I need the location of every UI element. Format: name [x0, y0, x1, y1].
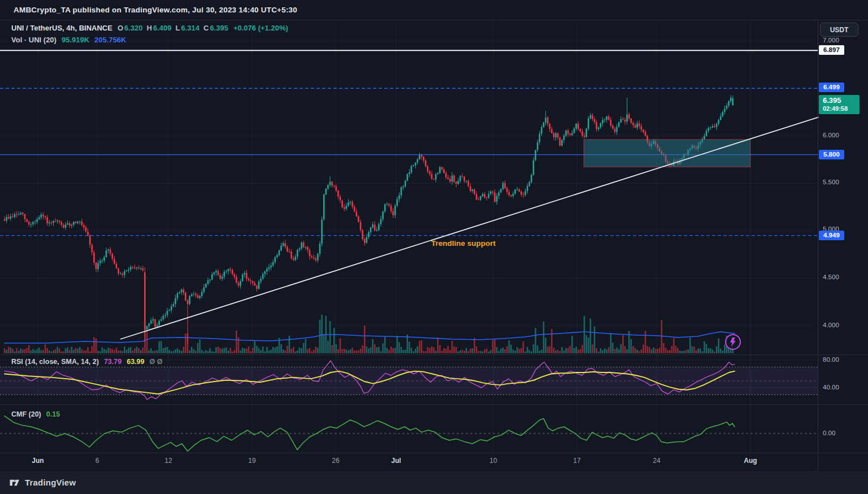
publish-header: AMBCrypto_TA published on TradingView.co…: [0, 0, 868, 20]
symbol-title: UNI / TetherUS, 4h, BINANCE: [11, 24, 112, 32]
bar-countdown: 02:49:58: [823, 105, 856, 113]
time-tick-6: 6: [96, 457, 99, 465]
price-tick-4.949[interactable]: 4.949: [819, 231, 844, 240]
ohlc-value-L: 6.314: [181, 24, 199, 32]
price-tick-6.897[interactable]: 6.897: [819, 45, 844, 55]
ohlc-value-H: 6.409: [153, 24, 172, 32]
rsi-legend-row[interactable]: RSI (14, close, SMA, 14, 2) 73.79 63.99 …: [11, 358, 162, 366]
volume-legend-row[interactable]: Vol · UNI (20) 95.919K 205.756K: [11, 36, 126, 44]
footer-bar: TradingView: [0, 471, 868, 494]
tradingview-brand[interactable]: TradingView: [25, 478, 76, 487]
ohlc-key-C: C: [203, 24, 209, 32]
price-tick-40.00: 40.00: [823, 383, 839, 392]
time-tick-Aug: Aug: [744, 457, 757, 465]
volume-bars: [4, 315, 734, 353]
volume-value: 95.919K: [62, 36, 89, 44]
price-tick-80.00: 80.00: [823, 355, 839, 365]
time-tick-12: 12: [164, 457, 172, 465]
current-price: 6.395: [823, 96, 856, 105]
price-tick-4.000: 4.000: [823, 320, 839, 330]
price-tick-5.500: 5.500: [823, 177, 839, 187]
rsi-value: 73.79: [104, 358, 121, 366]
ohlc-key-L: L: [176, 24, 180, 32]
trendline-support-annotation[interactable]: Trendline support: [431, 239, 496, 248]
ohlc-value-C: 6.395: [210, 24, 228, 32]
symbol-legend-row[interactable]: UNI / TetherUS, 4h, BINANCE O6.320H6.409…: [11, 24, 288, 32]
rsi-extra-values: Ø Ø: [149, 358, 162, 366]
ohlc-value-O: 6.320: [124, 24, 143, 32]
cmf-value: 0.15: [46, 410, 60, 418]
candles: [4, 95, 734, 344]
demand-box[interactable]: [584, 140, 750, 167]
time-tick-19: 19: [248, 457, 255, 465]
tradingview-published-chart: AMBCrypto_TA published on TradingView.co…: [0, 0, 868, 494]
time-tick-10: 10: [489, 457, 497, 465]
price-tick-4.500: 4.500: [823, 272, 839, 282]
time-tick-24: 24: [653, 457, 660, 465]
price-tick-5.800[interactable]: 5.800: [819, 150, 844, 159]
price-tick-6.000: 6.000: [823, 131, 839, 140]
change-value: +0.076 (+1.20%): [233, 24, 288, 32]
price-tick-7.000: 7.000: [823, 36, 839, 45]
time-tick-17: 17: [573, 457, 580, 465]
publish-title: AMBCrypto_TA published on TradingView.co…: [14, 6, 297, 14]
rsi-sma-value: 63.99: [127, 358, 144, 366]
rsi-indicator-label: RSI (14, close, SMA, 14, 2): [11, 358, 99, 366]
price-tick-0.00: 0.00: [823, 428, 835, 438]
cmf-legend-row[interactable]: CMF (20) 0.15: [11, 410, 60, 418]
ohlc-key-O: O: [118, 24, 123, 32]
time-tick-Jun: Jun: [32, 457, 44, 465]
tradingview-logo-icon[interactable]: [9, 478, 21, 488]
quick-trade-lightning-icon[interactable]: [726, 335, 740, 349]
volume-indicator-label: Vol · UNI (20): [11, 36, 57, 44]
cmf-indicator-label: CMF (20): [11, 410, 41, 418]
time-tick-26: 26: [332, 457, 339, 465]
currency-toggle-button[interactable]: USDT: [820, 23, 858, 37]
price-tick-6.395[interactable]: 6.39502:49:58: [819, 95, 860, 114]
volume-ma-value: 205.756K: [94, 36, 126, 44]
price-tick-6.499[interactable]: 6.499: [819, 83, 844, 92]
trendline[interactable]: [120, 117, 819, 339]
volume-ma-line: [5, 332, 735, 343]
time-tick-Jul: Jul: [391, 457, 401, 465]
ohlc-key-H: H: [147, 24, 152, 32]
ohlc-values: O6.320H6.409L6.314C6.395: [118, 24, 228, 32]
